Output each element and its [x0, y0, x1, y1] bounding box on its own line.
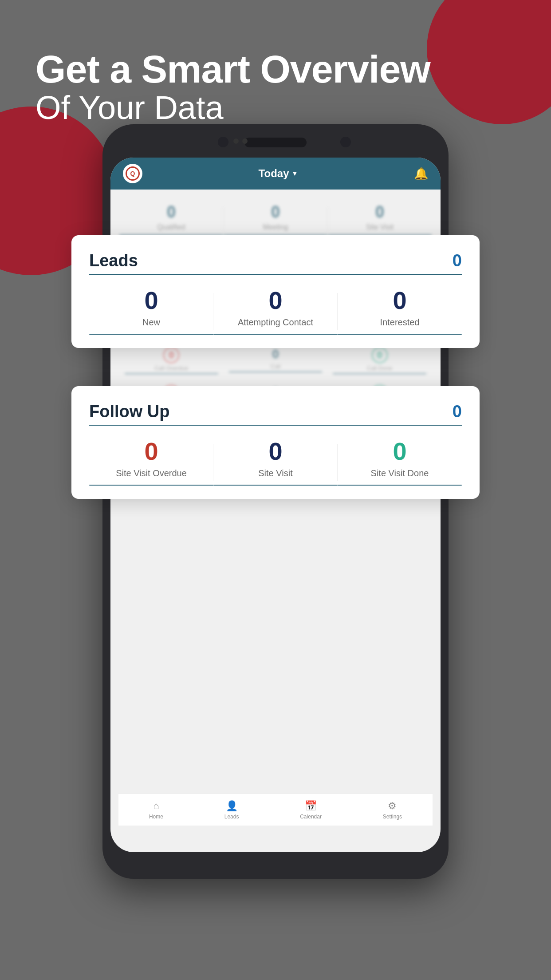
- leads-card-stats: 0 New 0 Attempting Contact 0 Interested: [89, 288, 462, 335]
- phone-speaker: [244, 138, 307, 147]
- nav-home[interactable]: ⌂ Home: [149, 800, 163, 820]
- leads-card: Leads 0 0 New 0 Attempting Contact 0 Int…: [71, 235, 480, 348]
- follow-up-card-stats: 0 Site Visit Overdue 0 Site Visit 0 Site…: [89, 439, 462, 486]
- calendar-icon: 📅: [305, 800, 317, 812]
- top-stats-row: 0 Qualified 0 Meeting 0 Site Visit: [110, 190, 441, 241]
- stat-site-visit: 0 Site Visit: [328, 203, 432, 236]
- nav-settings[interactable]: ⚙ Settings: [383, 800, 402, 820]
- app-logo-inner: [126, 166, 140, 181]
- phone-camera-right: [340, 137, 351, 147]
- header-section: Get a Smart Overview Of Your Data: [35, 49, 430, 126]
- leads-card-header: Leads 0: [89, 251, 462, 270]
- stat-qualified: 0 Qualified: [119, 203, 223, 236]
- nav-calendar[interactable]: 📅 Calendar: [300, 800, 322, 820]
- stat-meeting: 0 Meeting: [224, 203, 327, 236]
- leads-card-divider: [89, 274, 462, 275]
- headline-line2: Of Your Data: [35, 90, 430, 126]
- leads-stat-new: 0 New: [89, 288, 213, 335]
- app-logo: [123, 164, 142, 183]
- follow-up-card-title: Follow Up: [89, 402, 170, 421]
- phone-dot-1: [233, 138, 239, 144]
- leads-stat-attempting: 0 Attempting Contact: [213, 288, 338, 335]
- followup-stat-done: 0 Site Visit Done: [338, 439, 462, 486]
- dropdown-arrow: ▼: [292, 170, 298, 177]
- followup-stat-site-visit: 0 Site Visit: [213, 439, 338, 486]
- phone-dot-2: [242, 138, 248, 144]
- leads-card-count: 0: [453, 251, 462, 270]
- app-header: Today ▼ 🔔: [110, 158, 441, 190]
- bg-circle-top-right: [427, 0, 551, 124]
- settings-icon: ⚙: [388, 800, 397, 812]
- leads-icon: 👤: [226, 800, 238, 812]
- app-title: Today ▼: [259, 167, 298, 180]
- follow-up-card-count: 0: [453, 402, 462, 421]
- follow-up-card: Follow Up 0 0 Site Visit Overdue 0 Site …: [71, 386, 480, 499]
- followup-stat-overdue: 0 Site Visit Overdue: [89, 439, 213, 486]
- follow-up-card-divider: [89, 425, 462, 426]
- headline-line1: Get a Smart Overview: [35, 49, 430, 90]
- phone-camera-left: [218, 137, 228, 147]
- phone-nav: ⌂ Home 👤 Leads 📅 Calendar ⚙ Settings: [118, 794, 433, 826]
- bell-icon: 🔔: [414, 167, 428, 181]
- nav-leads[interactable]: 👤 Leads: [224, 800, 239, 820]
- follow-up-card-header: Follow Up 0: [89, 402, 462, 421]
- leads-card-title: Leads: [89, 251, 138, 270]
- leads-stat-interested: 0 Interested: [338, 288, 462, 335]
- home-icon: ⌂: [153, 800, 159, 812]
